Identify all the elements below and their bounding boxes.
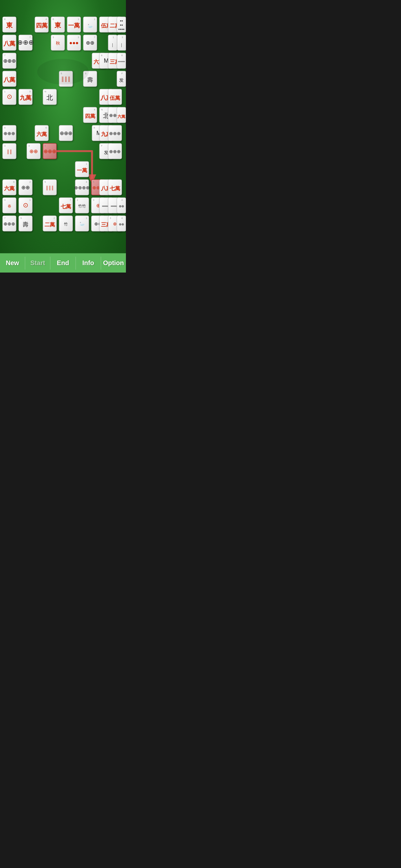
tile-7wan-r[interactable]: 七萬 bbox=[108, 180, 122, 195]
tile-1dot-l2[interactable]: 1 ⊙ bbox=[19, 197, 32, 213]
tile-2dot-c12[interactable]: 2 ⊕⊕ bbox=[91, 216, 105, 231]
tile-8dot-r2[interactable]: ⊕⊕⊕ bbox=[108, 125, 122, 141]
tile-m2[interactable]: 8 M bbox=[92, 125, 105, 141]
tile-bamboo-r1[interactable]: 6 ═══ bbox=[117, 53, 126, 68]
tile-8dot-1[interactable]: ●● ●● ●●●● bbox=[117, 17, 126, 32]
tile-8dot-rr[interactable]: ⊕⊕⊕ bbox=[108, 144, 122, 159]
tile-4dot-r[interactable]: 4 ⊕⊕ bbox=[117, 197, 126, 213]
start-button[interactable]: Start bbox=[25, 253, 50, 273]
tile-9wan-l[interactable]: 9 九萬 bbox=[19, 89, 32, 104]
tile-4wan-r[interactable]: 4 四萬 bbox=[83, 107, 97, 123]
svg-marker-123 bbox=[88, 175, 96, 184]
svg-text:3: 3 bbox=[4, 199, 5, 201]
svg-rect-97 bbox=[35, 125, 49, 141]
svg-text:春: 春 bbox=[8, 204, 11, 208]
svg-text:🦢: 🦢 bbox=[88, 23, 93, 29]
svg-text:1: 1 bbox=[113, 36, 114, 38]
tile-north-1[interactable]: N 北 bbox=[43, 89, 57, 104]
tile-8wan-rr[interactable]: 八萬 bbox=[99, 180, 113, 195]
svg-rect-105 bbox=[99, 125, 113, 141]
tile-3dot-r12[interactable]: 3 ⊕ bbox=[108, 216, 122, 231]
new-button[interactable]: New bbox=[0, 253, 25, 273]
tile-7wan-c[interactable]: 7 七萬 bbox=[59, 197, 73, 213]
tile-5wan-r[interactable]: 伍萬 bbox=[108, 89, 122, 104]
svg-text:九萬: 九萬 bbox=[101, 131, 112, 137]
svg-text:九萬: 九萬 bbox=[19, 95, 32, 101]
tile-8wan-l2[interactable]: 八萬 bbox=[3, 71, 16, 87]
svg-rect-178 bbox=[59, 216, 73, 231]
tile-3dot-r2[interactable]: 3 ⊕ bbox=[91, 197, 105, 213]
tile-2dot-l[interactable]: 2 ⊕⊕ bbox=[19, 180, 32, 195]
tile-spring-l[interactable]: 3 春 bbox=[3, 197, 16, 213]
tile-4dot-r12[interactable]: 4 ⊕⊕ bbox=[117, 216, 126, 231]
tile-3wan-r12[interactable]: 三萬 bbox=[99, 216, 113, 231]
tile-r2c2[interactable]: 3 │ bbox=[117, 35, 126, 51]
tile-m1[interactable]: 8 M bbox=[99, 53, 113, 68]
tile-flower-1[interactable]: 1 🦢 bbox=[83, 17, 97, 32]
tile-5dot-sel[interactable]: 5 ⊕⊕⊕ bbox=[43, 144, 57, 159]
svg-text:║║: ║║ bbox=[6, 150, 12, 154]
svg-text:7: 7 bbox=[94, 36, 95, 38]
option-button[interactable]: Option bbox=[101, 253, 126, 273]
tile-5bamboo-cl[interactable]: 5 ║║║ bbox=[43, 180, 57, 195]
tile-7dot-2[interactable]: 7 ⊕⊕ bbox=[83, 35, 97, 51]
svg-rect-15 bbox=[99, 17, 113, 32]
tile-8dot-l2[interactable]: 8 ⊕⊕⊕ bbox=[3, 125, 16, 141]
tile-shou-l[interactable]: S 壽 bbox=[19, 216, 32, 231]
tile-bamboo-r11b[interactable]: ═══ bbox=[108, 197, 122, 213]
svg-text:8: 8 bbox=[4, 127, 5, 129]
tile-bird-c12[interactable]: 1 🦢 bbox=[75, 216, 89, 231]
svg-rect-54 bbox=[108, 53, 122, 68]
svg-text:四萬: 四萬 bbox=[36, 22, 48, 29]
svg-text:⊕⊕: ⊕⊕ bbox=[94, 221, 102, 226]
tile-3dot-sel[interactable]: 3 ⊕⊕ bbox=[27, 144, 40, 159]
tile-r2c1[interactable]: 1 │ bbox=[108, 35, 117, 51]
svg-text:3: 3 bbox=[53, 36, 54, 38]
tile-fa-r2[interactable]: F 发 bbox=[99, 144, 113, 159]
svg-text:⊕⊕⊕: ⊕⊕⊕ bbox=[18, 39, 34, 46]
tile-1dot-l[interactable]: 1 ⊙ bbox=[3, 89, 16, 104]
tile-3dot-c[interactable]: ⊕⊕⊕ bbox=[59, 125, 73, 141]
tile-4dot-c[interactable]: 4 ⊕⊕⊕⊕ bbox=[74, 180, 90, 195]
svg-rect-112 bbox=[27, 144, 40, 159]
svg-rect-139 bbox=[99, 180, 113, 195]
tile-7dot-1[interactable]: 7 ⊕⊕⊕ bbox=[18, 35, 34, 51]
tile-8wan-1[interactable]: 八萬 bbox=[3, 35, 16, 51]
tile-east-2[interactable]: E 東 bbox=[51, 17, 65, 32]
tile-autumn[interactable]: 3 秋 bbox=[51, 35, 65, 51]
tile-6wan-ll[interactable]: 6 六萬 bbox=[3, 180, 16, 195]
tile-north-r[interactable]: N 北 bbox=[99, 107, 113, 123]
tile-east-1[interactable]: E 東 bbox=[3, 17, 16, 32]
tile-fa-r1[interactable]: F 发 bbox=[117, 71, 126, 87]
tile-3dot-1[interactable]: 3 ●●● bbox=[67, 35, 81, 51]
tile-1wan-target[interactable]: 1 一萬 bbox=[75, 161, 89, 177]
tile-1wan-1[interactable]: 1 一萬 bbox=[67, 17, 81, 32]
tile-6wan-cl[interactable]: 6 六萬 bbox=[35, 125, 49, 141]
tile-4wan[interactable]: 4 四萬 bbox=[35, 17, 49, 32]
tile-9wan-r[interactable]: 九萬 bbox=[99, 125, 113, 141]
tile-6wan-r1[interactable]: 6 六萬 bbox=[92, 53, 105, 68]
svg-rect-30 bbox=[51, 35, 65, 51]
tile-bamboo-c12[interactable]: 竹 bbox=[59, 216, 73, 231]
tile-6dot-r[interactable]: 6 ⊕⊕⊕ bbox=[108, 107, 122, 123]
svg-rect-115 bbox=[43, 144, 57, 159]
tile-8dot-left[interactable]: 7 ⊕⊕⊕ bbox=[3, 53, 16, 68]
tile-8dot-l3[interactable]: 7 ⊕⊕⊕ bbox=[3, 216, 16, 231]
tile-bamboo2-c[interactable]: 2 竹竹 bbox=[75, 197, 89, 213]
end-button[interactable]: End bbox=[50, 253, 75, 273]
tile-5bamboo-c[interactable]: 5 ║║║ bbox=[59, 71, 73, 87]
info-button[interactable]: Info bbox=[76, 253, 101, 273]
tile-3bamboo-l[interactable]: 3 ║║ bbox=[3, 144, 16, 159]
svg-text:N: N bbox=[44, 90, 46, 93]
tile-5wan-1[interactable]: 5 伍萬 bbox=[99, 17, 113, 32]
svg-text:7: 7 bbox=[70, 199, 71, 201]
tile-3wan-r1[interactable]: 三萬 bbox=[108, 53, 122, 68]
svg-text:●●●●: ●●●● bbox=[118, 28, 124, 31]
tile-6wan-rr[interactable]: 六萬 bbox=[117, 107, 126, 123]
tile-2wan[interactable]: 2 二萬 bbox=[108, 17, 122, 32]
tile-2wan-cl[interactable]: 2 二萬 bbox=[43, 216, 57, 231]
tile-bamboo-r11a[interactable]: 6 ═══ bbox=[99, 197, 113, 213]
tile-shou[interactable]: S 壽 bbox=[83, 71, 97, 87]
tile-5dot-target[interactable]: 5 ⊕⊕⊕ bbox=[91, 180, 105, 195]
tile-8wan-r[interactable]: 八萬 bbox=[99, 89, 113, 104]
